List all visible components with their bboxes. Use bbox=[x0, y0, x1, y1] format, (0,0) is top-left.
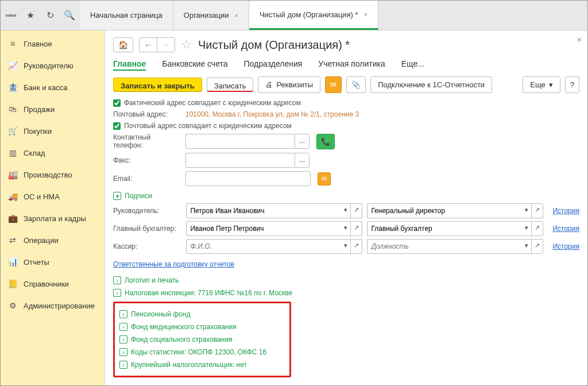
history-link[interactable]: История bbox=[552, 242, 579, 250]
history-link[interactable]: История bbox=[552, 207, 579, 215]
chart-icon: 📈 bbox=[7, 60, 18, 71]
expander-fss[interactable]: ›Фонд социального страхования bbox=[119, 335, 285, 343]
chevron-right-icon: › bbox=[113, 276, 121, 284]
sidebar-item-reports[interactable]: 📊Отчеты bbox=[1, 251, 105, 273]
open-button[interactable]: ↗ bbox=[351, 239, 362, 254]
bank-icon: 🏦 bbox=[7, 82, 18, 92]
tab-start[interactable]: Начальная страница bbox=[80, 1, 173, 30]
subtab-more[interactable]: Еще... bbox=[401, 59, 424, 71]
sidebar-item-catalogs[interactable]: 📒Справочники bbox=[1, 273, 105, 295]
help-button[interactable]: ? bbox=[565, 76, 579, 93]
fact-address-checkbox[interactable] bbox=[113, 99, 121, 107]
subtab-main[interactable]: Главное bbox=[113, 59, 146, 71]
home-button[interactable]: 🏠 bbox=[113, 37, 133, 52]
sidebar-item-label: Справочники bbox=[24, 280, 69, 288]
expander-label: Фонд социального страхования bbox=[131, 335, 233, 343]
dropdown-button[interactable]: ▾ bbox=[522, 239, 532, 254]
dropdown-button[interactable]: ▾ bbox=[341, 239, 351, 254]
send-mail-button[interactable]: ✉ bbox=[318, 172, 331, 186]
button-label: Реквизиты bbox=[276, 80, 313, 89]
cash-input[interactable] bbox=[186, 239, 341, 254]
fax-input[interactable] bbox=[185, 153, 295, 168]
expander-pfr[interactable]: ›Пенсионный фонд bbox=[119, 310, 285, 318]
sidebar-item-manager[interactable]: 📈Руководителю bbox=[1, 55, 105, 76]
mail-button[interactable]: ✉ bbox=[325, 76, 342, 93]
favorite-icon[interactable]: ☆ bbox=[181, 37, 192, 52]
head-input[interactable] bbox=[186, 203, 341, 218]
dropdown-button[interactable]: ▾ bbox=[341, 203, 351, 218]
expander-label: Подписи bbox=[125, 192, 152, 200]
sidebar-item-label: Банк и касса bbox=[24, 83, 68, 92]
close-icon[interactable]: × bbox=[364, 11, 368, 18]
field-label: Почтовый адрес: bbox=[113, 110, 182, 118]
post-address-row: Почтовый адрес: 101000, Москва г, Покров… bbox=[113, 110, 579, 118]
open-button[interactable]: ↗ bbox=[532, 221, 543, 236]
expander-logo[interactable]: ›Логотип и печать bbox=[113, 276, 579, 284]
head-post-input[interactable] bbox=[367, 203, 522, 218]
open-button[interactable]: ↗ bbox=[351, 203, 362, 218]
expander-big[interactable]: ›Крупнейший налогоплательщик: нет bbox=[119, 361, 285, 369]
sidebar-item-bank[interactable]: 🏦Банк и касса bbox=[1, 76, 105, 98]
post-address-checkbox[interactable] bbox=[113, 122, 121, 130]
gear-icon: ⚙ bbox=[7, 300, 18, 311]
connect-button[interactable]: Подключение к 1С-Отчетности bbox=[370, 76, 492, 93]
props-button[interactable]: 🖨Реквизиты bbox=[258, 76, 320, 93]
field-label: Руководитель: bbox=[113, 207, 181, 215]
open-button[interactable]: ↗ bbox=[532, 203, 543, 218]
save-close-button[interactable]: Записать и закрыть bbox=[113, 78, 202, 92]
dropdown-button[interactable]: ▾ bbox=[341, 221, 351, 236]
tab-organizations[interactable]: Организации× bbox=[173, 1, 249, 30]
back-button[interactable]: ← bbox=[139, 37, 157, 52]
picker-button[interactable]: ... bbox=[295, 134, 310, 149]
close-panel-icon[interactable]: × bbox=[577, 35, 582, 44]
acc-input[interactable] bbox=[186, 221, 341, 236]
sidebar-item-admin[interactable]: ⚙Администрирование bbox=[1, 295, 105, 316]
acc-post-input[interactable] bbox=[367, 221, 522, 236]
responsible-link[interactable]: Ответственные за подготовку отчетов bbox=[113, 260, 234, 268]
phone-input[interactable] bbox=[185, 134, 295, 149]
tab-label: Чистый дом (Организация) * bbox=[260, 10, 358, 19]
expander-stat[interactable]: ›Коды статистики: ОКОПФ 12300, ОКФС 16 bbox=[119, 348, 285, 356]
attach-button[interactable]: 📎 bbox=[346, 76, 366, 93]
sidebar-item-assets[interactable]: 🚚ОС и НМА bbox=[1, 186, 105, 207]
expander-fms[interactable]: ›Фонд медицинского страхования bbox=[119, 323, 285, 331]
expander-tax[interactable]: ›Налоговая инспекция: 7716 ИФНС №16 по г… bbox=[113, 289, 579, 297]
sidebar-item-hr[interactable]: 💼Зарплата и кадры bbox=[1, 207, 105, 229]
open-button[interactable]: ↗ bbox=[532, 239, 543, 254]
sidebar-item-operations[interactable]: ⇄Операции bbox=[1, 229, 105, 251]
post-address-link[interactable]: 101000, Москва г, Покровка ул, дом № 2/1… bbox=[185, 110, 359, 118]
page-title: Чистый дом (Организация) * bbox=[198, 38, 350, 52]
open-button[interactable]: ↗ bbox=[351, 221, 362, 236]
star-icon[interactable]: ★ bbox=[25, 10, 36, 21]
sidebar-item-label: Продажи bbox=[24, 105, 55, 114]
tab-organization-detail[interactable]: Чистый дом (Организация) *× bbox=[249, 1, 378, 30]
sidebar-item-label: Администрирование bbox=[24, 302, 95, 310]
signs-expander[interactable]: ▾Подписи bbox=[113, 192, 579, 200]
briefcase-icon: 💼 bbox=[7, 213, 18, 223]
forward-button[interactable]: → bbox=[157, 37, 175, 52]
history-link[interactable]: История bbox=[552, 225, 579, 233]
save-button[interactable]: Записать bbox=[207, 78, 254, 92]
history-icon[interactable]: ↻ bbox=[44, 10, 56, 21]
more-button[interactable]: Еще ▾ bbox=[523, 76, 560, 93]
sidebar-item-warehouse[interactable]: ▥Склад bbox=[1, 142, 105, 164]
call-button[interactable]: 📞 bbox=[316, 134, 335, 149]
email-input[interactable] bbox=[185, 171, 311, 186]
subtab-accounts[interactable]: Банковские счета bbox=[162, 59, 227, 71]
picker-button[interactable]: ... bbox=[295, 153, 310, 168]
sidebar-item-sales[interactable]: 🛍Продажи bbox=[1, 98, 105, 120]
topbar: ★ ↻ 🔍 Начальная страница Организации× Чи… bbox=[1, 1, 587, 30]
subtab-departments[interactable]: Подразделения bbox=[244, 59, 303, 71]
dropdown-button[interactable]: ▾ bbox=[522, 221, 532, 236]
sidebar-item-production[interactable]: 🏭Производство bbox=[1, 164, 105, 186]
close-icon[interactable]: × bbox=[234, 12, 238, 19]
apps-icon[interactable] bbox=[5, 10, 17, 21]
sidebar-item-main[interactable]: ≡Главное bbox=[1, 33, 105, 55]
search-icon[interactable]: 🔍 bbox=[64, 10, 75, 21]
sidebar-item-label: Отчеты bbox=[24, 258, 49, 267]
sidebar-item-purchases[interactable]: 🛒Покупки bbox=[1, 120, 105, 142]
subtab-policy[interactable]: Учетная политика bbox=[318, 59, 385, 71]
cashier-row: Кассир: ▾↗ ▾↗ История bbox=[113, 239, 579, 254]
cash-post-input[interactable] bbox=[367, 239, 522, 254]
dropdown-button[interactable]: ▾ bbox=[522, 203, 532, 218]
